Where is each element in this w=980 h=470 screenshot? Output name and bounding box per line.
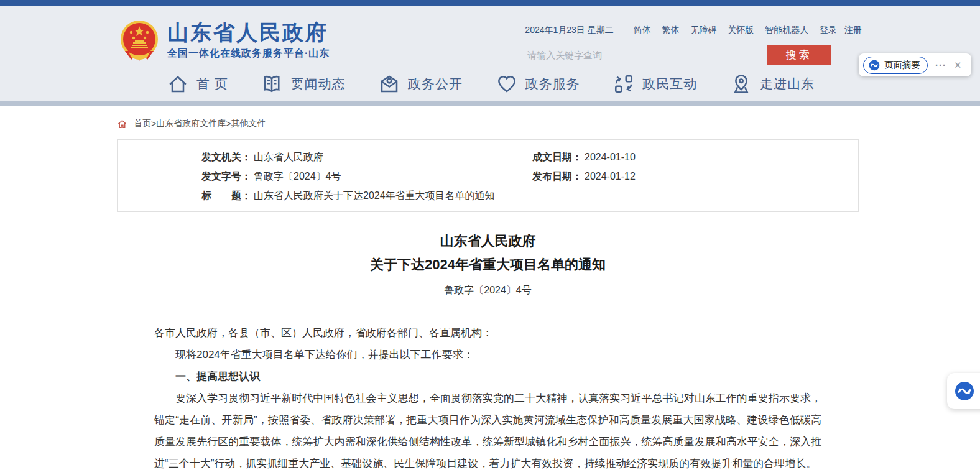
breadcrumb-separator: > — [151, 119, 156, 129]
map-pin-icon — [730, 73, 752, 95]
nav-item-interaction[interactable]: 政民互动 — [612, 73, 697, 95]
breadcrumb-home[interactable]: 首页 — [134, 118, 151, 129]
national-emblem-icon — [120, 20, 159, 61]
heart-icon — [496, 73, 518, 95]
document-number: 鲁政字〔2024〕4号 — [117, 284, 859, 297]
site-header: 山东省人民政府 全国一体化在线政务服务平台·山东 2024年1月23日 星期二 … — [0, 6, 980, 67]
link-register[interactable]: 注册 — [844, 25, 862, 35]
paragraph-section-1: 要深入学习贯彻习近平新时代中国特色社会主义思想，全面贯彻落实党的二十大精神，认真… — [154, 387, 821, 470]
link-smart-robot[interactable]: 智能机器人 — [765, 25, 808, 35]
link-accessibility[interactable]: 无障碍 — [690, 25, 716, 35]
page-summary-label: 页面摘要 — [884, 59, 920, 71]
meta-written-date-value: 2024-01-10 — [585, 147, 636, 167]
nav-label: 首 页 — [196, 75, 228, 93]
link-traditional[interactable]: 繁体 — [662, 25, 680, 35]
page-summary-widget: 页面摘要 ··· ✕ — [859, 53, 971, 76]
document-title-line2: 关于下达2024年省重大项目名单的通知 — [117, 253, 859, 277]
nav-item-gov-disclosure[interactable]: 政务公开 — [378, 73, 463, 95]
home-breadcrumb-icon — [117, 119, 127, 129]
nav-item-visit-shandong[interactable]: 走进山东 — [730, 73, 815, 95]
mail-icon — [378, 73, 400, 95]
breadcrumb-category: 其他文件 — [231, 118, 266, 129]
breadcrumb: 首页 > 山东省政府文件库 > 其他文件 — [117, 106, 859, 129]
floating-assistant-widget[interactable] — [947, 373, 980, 409]
section-heading-1: 一、提高思想认识 — [154, 366, 821, 387]
site-title: 山东省人民政府 — [167, 21, 330, 44]
nav-item-home[interactable]: 首 页 — [167, 73, 228, 95]
page-summary-button[interactable]: 页面摘要 — [863, 57, 928, 74]
search-input[interactable] — [525, 45, 761, 65]
link-login[interactable]: 登录 — [820, 25, 837, 35]
nav-label: 要闻动态 — [290, 75, 345, 93]
meta-doc-number-label: 发文字号： — [201, 167, 251, 186]
meta-issuing-org-label: 发文机关： — [201, 147, 251, 167]
document-body: 各市人民政府，各县（市、区）人民政府，省政府各部门、各直属机构： 现将2024年… — [117, 322, 859, 470]
main-navigation: 首 页 要闻动态 政务公开 政务服务 — [0, 67, 980, 101]
nav-label: 政务服务 — [525, 75, 580, 93]
document-meta-box: 发文机关： 山东省人民政府 成文日期： 2024-01-10 发文字号： 鲁政字… — [117, 139, 859, 212]
link-care-version[interactable]: 关怀版 — [728, 25, 754, 35]
nav-label: 政民互动 — [642, 75, 697, 93]
meta-publish-date-label: 发布日期： — [532, 167, 582, 186]
meta-written-date-label: 成文日期： — [532, 147, 582, 167]
more-options-icon[interactable]: ··· — [935, 62, 946, 68]
search-button[interactable]: 搜索 — [767, 45, 831, 65]
page-content: 首页 > 山东省政府文件库 > 其他文件 发文机关： 山东省人民政府 成文日期：… — [0, 106, 980, 470]
site-subtitle: 全国一体化在线政务服务平台·山东 — [167, 47, 330, 60]
close-icon[interactable]: ✕ — [954, 60, 962, 71]
breadcrumb-separator: > — [226, 119, 231, 129]
breadcrumb-library[interactable]: 山东省政府文件库 — [156, 118, 226, 129]
assistant-logo-icon — [953, 380, 976, 402]
document-title: 山东省人民政府 关于下达2024年省重大项目名单的通知 — [117, 229, 859, 277]
top-accent-bar — [0, 0, 980, 6]
header-divider — [0, 101, 980, 106]
meta-title-value: 山东省人民政府关于下达2024年省重大项目名单的通知 — [254, 186, 495, 205]
interaction-icon — [612, 73, 635, 95]
top-utility-links: 2024年1月23日 星期二 简体 繁体 无障碍 关怀版 智能机器人 登录 注册 — [525, 25, 862, 36]
paragraph-salutation: 各市人民政府，各县（市、区）人民政府，省政府各部门、各直属机构： — [154, 322, 821, 344]
site-logo-link[interactable]: 山东省人民政府 全国一体化在线政务服务平台·山东 — [120, 20, 330, 61]
nav-label: 走进山东 — [760, 75, 815, 93]
document-title-line1: 山东省人民政府 — [117, 229, 859, 253]
nav-label: 政务公开 — [408, 75, 463, 93]
home-icon — [167, 73, 189, 95]
meta-doc-number-value: 鲁政字〔2024〕4号 — [254, 167, 341, 186]
nav-item-news[interactable]: 要闻动态 — [261, 73, 345, 95]
paragraph-intro: 现将2024年省重大项目名单下达给你们，并提出以下工作要求： — [154, 344, 821, 366]
meta-publish-date-value: 2024-01-12 — [585, 167, 636, 186]
nav-item-gov-services[interactable]: 政务服务 — [496, 73, 580, 95]
meta-issuing-org-value: 山东省人民政府 — [254, 147, 323, 167]
book-icon — [261, 73, 283, 95]
meta-title-label: 标 题： — [201, 186, 251, 205]
link-simplified[interactable]: 简体 — [634, 25, 651, 35]
current-date: 2024年1月23日 星期二 — [525, 25, 613, 35]
summary-logo-icon — [868, 59, 881, 71]
